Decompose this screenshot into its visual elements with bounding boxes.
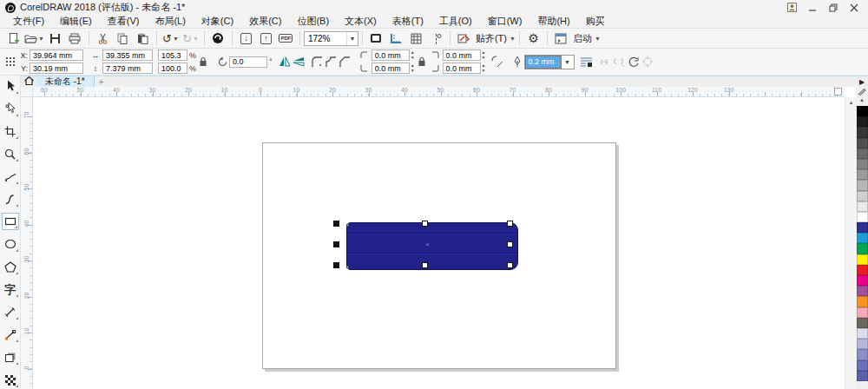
object-width-input[interactable] — [102, 49, 153, 61]
corner-node[interactable] — [346, 224, 349, 227]
object-height-input[interactable] — [102, 63, 153, 74]
snap-to-label[interactable]: 贴齐(T) — [476, 32, 507, 45]
new-tab-button[interactable]: + — [95, 77, 108, 87]
color-swatch-5[interactable] — [857, 159, 868, 169]
launch-label[interactable]: 启动 — [573, 32, 592, 45]
menu-item-7[interactable]: 文本(X) — [337, 15, 385, 28]
rectangle-tool[interactable] — [2, 213, 19, 230]
color-swatch-9[interactable] — [857, 201, 868, 212]
copy-button[interactable] — [114, 30, 132, 47]
vertical-scrollbar[interactable]: ▲ — [845, 97, 856, 389]
color-swatch-25[interactable] — [857, 371, 868, 381]
outline-width-dropdown-icon[interactable]: ▼ — [562, 59, 574, 65]
palette-scroll-up-icon[interactable]: ▲ — [859, 97, 865, 106]
selection-center-marker[interactable]: × — [425, 241, 430, 248]
export-button[interactable]: ↑ — [257, 30, 275, 47]
color-swatch-12[interactable] — [857, 233, 868, 243]
close-button[interactable] — [844, 1, 865, 14]
home-tab-icon[interactable] — [21, 76, 36, 87]
selection-handle-top-center[interactable] — [422, 221, 428, 227]
launch-dropdown-icon[interactable]: ▼ — [595, 36, 601, 42]
outline-width-combo[interactable]: 0.2 mm ▼ — [524, 55, 575, 69]
new-document-button[interactable] — [4, 30, 23, 47]
scale-h-input[interactable] — [158, 49, 187, 61]
fillet-chamfer-icon[interactable] — [491, 56, 505, 68]
wrap-text-button[interactable] — [580, 56, 594, 68]
account-icon[interactable] — [781, 1, 802, 14]
color-swatch-17[interactable] — [857, 286, 868, 296]
rotation-angle-input[interactable] — [229, 56, 267, 68]
undo-button[interactable]: ↺▼ — [161, 30, 180, 47]
y-position-input[interactable] — [30, 63, 83, 74]
fullscreen-preview-button[interactable] — [367, 30, 385, 47]
dimension-tool[interactable] — [2, 303, 19, 320]
tab-overflow-icon[interactable]: ▶ — [856, 78, 868, 86]
mirror-vertical-button[interactable] — [292, 56, 306, 67]
color-swatch-11[interactable] — [857, 222, 868, 233]
ruler-vertical[interactable]: 706050403020100 — [21, 97, 33, 389]
print-button[interactable] — [66, 30, 84, 47]
color-swatch-1[interactable] — [857, 116, 868, 127]
document-tab[interactable]: 未命名 -1* — [36, 76, 95, 88]
color-swatch-18[interactable] — [857, 296, 868, 307]
mirror-horizontal-button[interactable] — [278, 56, 292, 67]
color-swatch-21[interactable] — [857, 328, 868, 339]
launch-icon[interactable] — [552, 30, 570, 47]
color-swatch-7[interactable] — [857, 180, 868, 190]
redo-button[interactable]: ↻▼ — [181, 30, 200, 47]
selection-handle-bottom-center[interactable] — [422, 262, 428, 268]
scalloped-corner-button[interactable] — [325, 56, 339, 69]
corner-br-input[interactable] — [443, 63, 481, 74]
corner-bl-input[interactable] — [372, 63, 410, 74]
import-button[interactable]: ↓ — [237, 30, 255, 47]
drawing-canvas[interactable]: × — [33, 97, 845, 389]
menu-item-4[interactable]: 对象(C) — [194, 15, 241, 28]
publish-pdf-button[interactable]: PDF — [277, 30, 295, 47]
color-swatch-23[interactable] — [857, 349, 868, 359]
selection-handle-bottom-right[interactable] — [507, 262, 513, 268]
selection-handle-bottom-left[interactable] — [333, 262, 339, 268]
color-swatch-3[interactable] — [857, 138, 868, 148]
selection-handle-top-left[interactable] — [333, 221, 339, 227]
menu-item-10[interactable]: 窗口(W) — [480, 15, 530, 28]
open-dropdown-icon[interactable]: ▼ — [38, 36, 44, 42]
corner-node[interactable] — [346, 266, 349, 268]
outline-width-value[interactable]: 0.2 mm — [525, 56, 562, 69]
menu-item-2[interactable]: 查看(V) — [100, 15, 148, 28]
snap-dropdown-icon[interactable]: ▼ — [510, 36, 516, 42]
save-button[interactable] — [46, 30, 64, 47]
color-swatch-14[interactable] — [857, 254, 868, 265]
scale-v-input[interactable] — [158, 63, 187, 74]
color-swatch-22[interactable] — [857, 339, 868, 349]
crop-tool[interactable] — [2, 122, 19, 140]
redo-dropdown-icon[interactable]: ▼ — [193, 36, 199, 42]
round-corner-button[interactable] — [311, 56, 325, 69]
color-swatch-4[interactable] — [857, 148, 868, 159]
restore-button[interactable] — [823, 1, 844, 14]
show-guidelines-button[interactable] — [427, 30, 445, 47]
link-button[interactable] — [599, 56, 613, 67]
convert-to-curves-button[interactable] — [627, 56, 641, 68]
zoom-level-combo[interactable]: ▼ — [304, 31, 358, 46]
palette-pen-icon[interactable] — [858, 87, 866, 97]
unlink-button[interactable] — [613, 56, 627, 67]
bspline-tool[interactable] — [2, 190, 19, 208]
zoom-dropdown-icon[interactable]: ▼ — [346, 32, 358, 45]
color-swatch-20[interactable] — [857, 318, 868, 328]
pick-tool[interactable] — [2, 77, 19, 95]
show-rulers-button[interactable] — [387, 30, 405, 47]
undo-dropdown-icon[interactable]: ▼ — [173, 36, 179, 42]
color-swatch-13[interactable] — [857, 243, 868, 254]
selection-handle-middle-right[interactable] — [507, 241, 513, 247]
color-swatch-8[interactable] — [857, 191, 868, 201]
menu-item-1[interactable]: 编辑(E) — [52, 15, 100, 28]
transparency-tool[interactable] — [2, 371, 19, 388]
snap-off-icon[interactable] — [455, 30, 473, 47]
color-swatch-0[interactable] — [857, 106, 868, 116]
zoom-tool[interactable] — [2, 145, 19, 162]
zoom-level-input[interactable] — [305, 32, 346, 45]
text-tool[interactable]: 字 — [2, 280, 19, 298]
corner-lock-icon[interactable] — [415, 56, 429, 67]
menu-item-11[interactable]: 帮助(H) — [529, 15, 577, 28]
selection-handle-middle-left[interactable] — [333, 241, 339, 247]
